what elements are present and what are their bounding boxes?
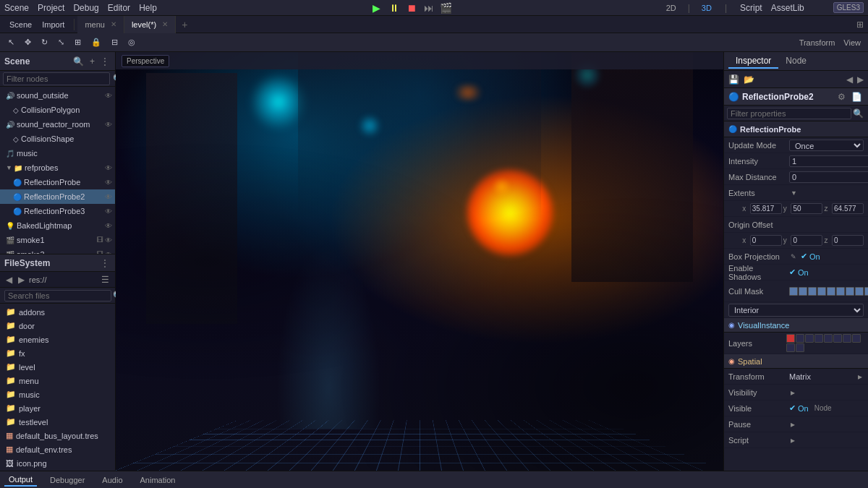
update-mode-select[interactable]: Once Always xyxy=(789,140,864,151)
layer-5[interactable] xyxy=(824,334,833,343)
tb-select[interactable]: ↖ xyxy=(4,36,18,48)
menu-scene[interactable]: Scene xyxy=(4,3,29,13)
fs-folder-music[interactable]: 📁 music xyxy=(0,388,115,401)
tb-local[interactable]: ◎ xyxy=(124,36,139,48)
cull-bit-6[interactable] xyxy=(836,287,845,296)
inspector-next-btn[interactable]: ▶ xyxy=(856,74,865,85)
interior-select[interactable]: Interior Exterior xyxy=(728,304,864,317)
fs-back-btn[interactable]: ◀ xyxy=(4,274,14,286)
cull-mask-bits[interactable] xyxy=(789,287,868,296)
fs-file-default-env[interactable]: ▦ default_env.tres xyxy=(0,442,115,456)
menu-project[interactable]: Project xyxy=(38,3,64,13)
extents-z-input[interactable] xyxy=(832,203,864,214)
fs-folder-menu[interactable]: 📁 menu xyxy=(0,374,115,388)
tree-item-reflectionprobe3[interactable]: 🔵 ReflectionProbe3 👁 xyxy=(0,204,115,218)
layer-9[interactable] xyxy=(786,343,795,352)
fs-file-icon-png[interactable]: 🖼 icon.png xyxy=(0,456,115,470)
origin-y-input[interactable] xyxy=(791,235,822,246)
layer-2[interactable] xyxy=(796,334,804,343)
layers-bits[interactable] xyxy=(786,334,864,352)
tb-grid[interactable]: ⊟ xyxy=(108,36,122,48)
tree-item-smoke3[interactable]: 🎬 smoke3 🎞 👁 xyxy=(0,247,115,254)
probe1-eye[interactable]: 👁 xyxy=(105,179,112,187)
visual-instance-section[interactable]: ◉ VisualInstance xyxy=(724,318,868,333)
fs-folder-door[interactable]: 📁 door xyxy=(0,319,115,333)
tree-item-bakedlightmap[interactable]: 💡 BakedLightmap 👁 xyxy=(0,218,115,233)
tree-item-collision-shape[interactable]: ◇ CollisionShape xyxy=(0,132,115,146)
cull-bit-4[interactable] xyxy=(817,287,826,296)
play-button[interactable]: ▶ xyxy=(369,0,385,16)
assetlib-btn[interactable]: AssetLib xyxy=(771,3,804,13)
inspector-save-btn[interactable]: 💾 xyxy=(727,74,741,85)
fs-folder-fx[interactable]: 📁 fx xyxy=(0,346,115,360)
movie-button[interactable]: 🎬 xyxy=(438,0,454,16)
layer-3[interactable] xyxy=(805,334,814,343)
fs-menu-btn[interactable]: ⋮ xyxy=(99,257,111,269)
menu-tab[interactable]: menu ✕ xyxy=(77,16,124,33)
layer-6[interactable] xyxy=(833,334,842,343)
scene-plus-btn[interactable]: + xyxy=(88,56,96,67)
cull-bit-2[interactable] xyxy=(799,287,807,296)
extents-y-input[interactable] xyxy=(791,203,822,214)
box-projection-toggle[interactable]: ✔ On xyxy=(801,252,820,261)
tb-transform2[interactable]: ⊞ xyxy=(71,36,85,48)
fs-folder-testlevel[interactable]: 📁 testlevel xyxy=(0,415,115,429)
visible-toggle[interactable]: ✔ On xyxy=(789,403,809,413)
tab-node[interactable]: Node xyxy=(778,54,814,69)
cull-bit-8[interactable] xyxy=(855,287,864,296)
filter-search-icon[interactable]: 🔍 xyxy=(851,108,865,119)
animation-tab[interactable]: Animation xyxy=(136,474,180,486)
fs-file-bus-layout[interactable]: ▦ default_bus_layout.tres xyxy=(0,429,115,442)
step-button[interactable]: ⏭ xyxy=(421,0,437,16)
new-tab-btn[interactable]: + xyxy=(176,19,193,30)
tree-item-reflectionprobe1[interactable]: 🔵 ReflectionProbe 👁 xyxy=(0,175,115,189)
cull-bit-5[interactable] xyxy=(827,287,835,296)
tb-snap[interactable]: 🔒 xyxy=(88,36,105,48)
layer-1[interactable] xyxy=(786,334,795,343)
layer-8[interactable] xyxy=(852,334,861,343)
layout-btn[interactable]: ⊞ xyxy=(855,19,865,30)
origin-z-input[interactable] xyxy=(832,235,864,246)
tree-item-refprobes[interactable]: ▼ 📁 refprobes 👁 xyxy=(0,160,115,175)
fs-search-input[interactable] xyxy=(4,290,111,301)
audio-tab[interactable]: Audio xyxy=(98,474,127,486)
extents-x-input[interactable] xyxy=(750,203,782,214)
tab-inspector[interactable]: Inspector xyxy=(728,54,778,69)
spatial-section[interactable]: ◉ Spatial xyxy=(724,354,868,369)
tree-item-music[interactable]: 🎵 music xyxy=(0,146,115,160)
node-settings-btn[interactable]: ⚙ xyxy=(836,91,847,103)
menu-help[interactable]: Help xyxy=(139,3,157,13)
layer-10[interactable] xyxy=(796,343,804,352)
enable-shadows-toggle[interactable]: ✔ On xyxy=(789,267,809,277)
tree-item-sound-outside[interactable]: 🔊 sound_outside 👁 xyxy=(0,88,115,103)
import-tab-btn[interactable]: Import xyxy=(38,19,68,30)
inspector-filter-input[interactable] xyxy=(727,108,851,119)
tree-item-collision-polygon[interactable]: ◇ CollisionPolygon xyxy=(0,103,115,117)
gles-badge[interactable]: GLES3 xyxy=(833,2,864,13)
tree-item-reflectionprobe2[interactable]: 🔵 ReflectionProbe2 👁 xyxy=(0,189,115,204)
intensity-input[interactable] xyxy=(789,155,868,167)
baked-eye[interactable]: 👁 xyxy=(105,222,112,230)
mode-3d-btn[interactable]: 3D xyxy=(702,4,712,12)
cull-bit-7[interactable] xyxy=(846,287,854,296)
pause-expand-btn[interactable]: ▸ xyxy=(789,419,796,430)
fs-list-view-btn[interactable]: ☰ xyxy=(100,274,111,286)
viewport-image[interactable] xyxy=(116,52,723,471)
refprobes-eye[interactable]: 👁 xyxy=(105,164,112,172)
scene-menu-btn[interactable]: ⋮ xyxy=(99,56,111,67)
sound-outside-eye[interactable]: 👁 xyxy=(105,92,112,100)
extents-expand-btn[interactable]: ▼ xyxy=(789,189,799,197)
cull-bit-9[interactable] xyxy=(864,287,868,296)
script-btn[interactable]: Script xyxy=(740,3,762,13)
probe3-eye[interactable]: 👁 xyxy=(105,207,112,215)
smoke1-eye[interactable]: 👁 xyxy=(105,236,112,244)
scene-filter-input[interactable] xyxy=(3,72,110,85)
menu-editor[interactable]: Editor xyxy=(108,3,130,13)
output-tab[interactable]: Output xyxy=(4,474,37,487)
tb-rotate[interactable]: ↻ xyxy=(38,36,51,48)
transform-expand-btn[interactable]: ▸ xyxy=(856,371,864,382)
tb-move[interactable]: ✥ xyxy=(21,36,35,48)
pause-button[interactable]: ⏸ xyxy=(386,0,402,16)
stop-button[interactable]: ⏹ xyxy=(404,0,420,16)
layer-7[interactable] xyxy=(843,334,851,343)
